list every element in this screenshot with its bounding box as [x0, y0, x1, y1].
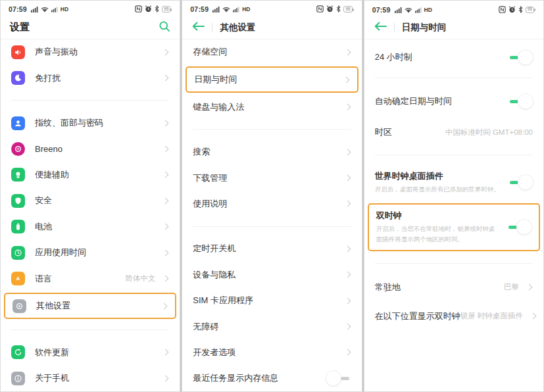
dt-item-dual-clock-locations[interactable]: 在以下位置显示双时钟 锁屏 时钟桌面插件 — [364, 302, 543, 331]
other-item-keyboard[interactable]: 键盘与输入法 — [182, 94, 361, 120]
chevron-right-icon — [162, 75, 169, 82]
settings-panel: 07:59 HD 95 设置 声音与振动 — [0, 0, 180, 392]
alarm-icon — [326, 3, 334, 15]
battery-percent: 95 — [528, 7, 532, 12]
back-arrow-icon[interactable] — [191, 21, 205, 34]
bluetooth-icon — [336, 3, 341, 15]
recent-tasks-memory-toggle[interactable] — [326, 371, 351, 385]
item-value: 巴黎 — [504, 282, 519, 292]
item-label: 便捷辅助 — [35, 169, 69, 181]
language-icon: A — [11, 272, 25, 285]
breeno-icon — [11, 142, 25, 156]
auto-date-time-toggle[interactable] — [508, 94, 533, 109]
item-label: 键盘与输入法 — [193, 101, 244, 113]
settings-item-about-phone[interactable]: 关于手机 — [1, 366, 180, 391]
item-label: 下载管理 — [193, 172, 227, 184]
chevron-right-icon — [344, 324, 351, 330]
settings-item-biometrics[interactable]: 指纹、面部与密码 — [1, 110, 180, 135]
other-item-downloads[interactable]: 下载管理 — [182, 165, 361, 191]
other-settings-header: 其他设置 — [182, 16, 361, 39]
alarm-icon — [145, 3, 152, 15]
divider — [212, 23, 212, 32]
status-time: 07:59 — [190, 5, 209, 13]
signal2-icon — [233, 3, 239, 15]
other-item-device-privacy[interactable]: 设备与隐私 — [182, 262, 361, 287]
date-time-panel: 07:59 HD 95 日期与时间 24 小时制 — [364, 0, 544, 392]
divider — [11, 330, 169, 330]
search-icon[interactable] — [159, 20, 170, 35]
item-label: 声音与振动 — [35, 46, 78, 58]
world-clock-widget-toggle[interactable] — [508, 175, 533, 189]
item-label: 其他设置 — [36, 300, 70, 312]
item-label: 在以下位置显示双时钟 — [375, 310, 460, 322]
settings-item-security[interactable]: 安全 — [1, 188, 180, 214]
software-update-icon — [11, 345, 25, 359]
triple-screenshot-composite: 07:59 HD 95 设置 声音与振动 — [0, 0, 544, 392]
settings-item-software-update[interactable]: 软件更新 — [1, 339, 180, 365]
status-bar: 07:59 HD 95 — [182, 1, 361, 16]
settings-item-language[interactable]: A 语言 简体中文 — [1, 266, 180, 291]
item-label: 应用使用时间 — [35, 247, 86, 258]
moon-icon — [11, 71, 25, 85]
other-item-recent-tasks-memory: 最近任务显示内存信息 — [182, 366, 361, 391]
page-title: 其他设置 — [220, 22, 255, 34]
other-item-search[interactable]: 搜索 — [182, 139, 361, 164]
dt-item-resident-city[interactable]: 常驻地 巴黎 — [364, 273, 543, 302]
other-item-storage[interactable]: 存储空间 — [182, 39, 361, 65]
page-title: 日期与时间 — [402, 22, 447, 34]
item-label: Breeno — [35, 144, 62, 154]
item-label: 常驻地 — [375, 282, 401, 293]
other-item-sim-apps[interactable]: SIM 卡应用程序 — [182, 287, 361, 313]
svg-text:A: A — [16, 276, 20, 282]
dt-item-auto-date-time: 自动确定日期与时间 — [364, 84, 543, 119]
item-label: 无障碍 — [193, 321, 218, 333]
status-time: 07:59 — [372, 6, 391, 14]
dt-item-world-clock-widget: 世界时钟桌面插件 开启后，桌面将显示所有已添加的世界时钟。 — [364, 164, 543, 201]
item-label: 搜索 — [193, 146, 210, 158]
chevron-right-icon — [162, 375, 169, 381]
divider — [394, 23, 395, 32]
chevron-right-icon — [161, 303, 168, 309]
item-subtitle: 开启后，桌面将显示所有已添加的世界时钟。 — [375, 184, 501, 195]
dt-item-dual-clock: 双时钟 开启后，当您不在常驻地时，锁屏或时钟桌面插件将显示两个地区的时间。 — [369, 205, 539, 250]
page-title: 设置 — [10, 21, 30, 34]
wifi-icon — [405, 4, 412, 16]
signal2-icon — [415, 4, 422, 16]
hd-volte-icon: HD — [424, 7, 432, 13]
item-label: 设备与隐私 — [193, 269, 235, 281]
item-label: 语言 — [35, 273, 52, 285]
settings-item-convenience[interactable]: 便捷辅助 — [1, 162, 180, 187]
chevron-right-icon — [162, 276, 169, 282]
settings-item-sound[interactable]: 声音与振动 — [1, 39, 180, 65]
assistant-icon — [11, 168, 25, 182]
other-item-date-time[interactable]: 日期与时间 — [187, 68, 357, 91]
item-label: 定时开关机 — [193, 243, 235, 255]
bluetooth-icon — [518, 4, 523, 16]
back-arrow-icon[interactable] — [374, 21, 387, 34]
other-item-scheduled-power[interactable]: 定时开关机 — [182, 236, 361, 262]
chevron-right-icon — [344, 49, 351, 55]
settings-item-dnd[interactable]: 免打扰 — [1, 65, 180, 91]
item-label: 指纹、面部与密码 — [35, 117, 103, 129]
settings-item-battery[interactable]: 电池 — [1, 214, 180, 239]
other-item-developer-options[interactable]: 开发者选项 — [182, 339, 361, 365]
item-label: 最近任务显示内存信息 — [193, 372, 278, 384]
chevron-right-icon — [344, 104, 351, 110]
chevron-right-icon — [344, 201, 351, 207]
other-item-accessibility[interactable]: 无障碍 — [182, 314, 361, 339]
24-hour-toggle[interactable] — [508, 50, 533, 64]
status-time: 07:59 — [9, 5, 27, 13]
highlight-box-date-time: 日期与时间 — [185, 66, 358, 93]
settings-item-other-settings[interactable]: 其他设置 — [5, 294, 175, 318]
other-item-user-guide[interactable]: 使用说明 — [182, 191, 361, 216]
chevron-right-icon — [344, 149, 351, 155]
dt-item-time-zone[interactable]: 时区 中国标准时间 GMT+08:00 — [364, 119, 543, 145]
item-value: 中国标准时间 GMT+08:00 — [445, 128, 533, 137]
chevron-right-icon — [343, 76, 349, 83]
settings-header: 设置 — [1, 16, 180, 39]
item-label: 24 小时制 — [375, 51, 412, 63]
dual-clock-toggle[interactable] — [507, 220, 532, 234]
chevron-right-icon — [162, 49, 169, 55]
settings-item-breeno[interactable]: Breeno — [1, 136, 180, 162]
settings-item-screen-time[interactable]: 应用使用时间 — [1, 239, 180, 265]
